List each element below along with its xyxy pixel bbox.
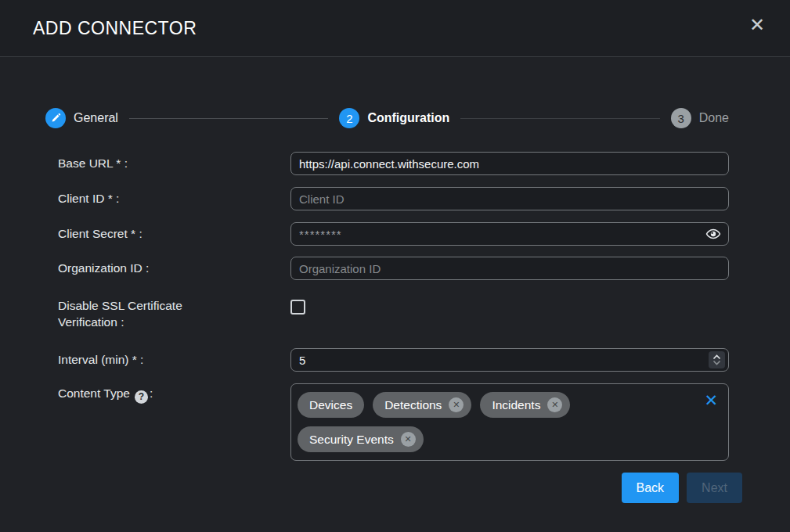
tag-label: Security Events [309,433,394,447]
step-done: 3 Done [671,108,729,128]
tag-remove-icon[interactable]: ✕ [547,397,562,412]
step-number-badge: 2 [339,108,359,128]
step-configuration[interactable]: 2 Configuration [339,108,449,128]
dialog-actions: Back Next [45,473,742,503]
tag-detections[interactable]: Detections ✕ [373,392,471,418]
base-url-label: Base URL * : [45,152,290,175]
step-number-badge: 3 [671,108,691,128]
disable-ssl-row: Disable SSL Certificate Verification : [45,296,729,333]
dialog-body: General 2 Configuration 3 Done Base URL … [0,57,790,532]
next-button[interactable]: Next [687,473,742,503]
content-type-label: Content Type [58,386,130,400]
client-secret-label: Client Secret * : [45,222,290,246]
step-general[interactable]: General [45,108,118,128]
wizard-stepper: General 2 Configuration 3 Done [45,108,729,128]
base-url-input[interactable] [290,152,729,175]
clear-all-icon[interactable]: ✕ [704,392,718,408]
content-type-row: Content Type?: Devices Detections ✕ Inci… [45,383,729,461]
pencil-icon [45,108,66,128]
interval-input[interactable] [290,348,729,372]
tag-devices[interactable]: Devices [298,392,364,418]
client-id-label: Client ID * : [45,187,290,210]
close-icon[interactable]: ✕ [746,13,768,38]
number-stepper[interactable] [709,351,725,368]
tag-label: Detections [384,398,442,412]
organization-id-label: Organization ID : [45,257,290,280]
client-id-input[interactable] [290,187,729,210]
back-button[interactable]: Back [622,473,680,503]
client-id-row: Client ID * : [45,187,729,210]
help-icon[interactable]: ? [135,390,148,404]
interval-label: Interval (min) * : [45,348,290,372]
tag-security-events[interactable]: Security Events ✕ [298,426,424,452]
stepper-connector-line [460,118,659,119]
organization-id-row: Organization ID : [45,257,729,280]
base-url-row: Base URL * : [45,152,729,175]
show-password-eye-icon[interactable] [705,226,721,242]
content-type-colon: : [150,386,153,400]
tag-remove-icon[interactable]: ✕ [401,432,416,447]
disable-ssl-checkbox[interactable] [290,300,305,315]
interval-row: Interval (min) * : [45,348,729,372]
disable-ssl-label: Disable SSL Certificate Verification : [45,296,290,333]
tag-incidents[interactable]: Incidents ✕ [480,392,570,418]
step-done-label: Done [699,111,729,125]
add-connector-dialog: ADD CONNECTOR ✕ General 2 Configuration … [0,0,790,532]
step-general-label: General [74,111,118,125]
tag-remove-icon[interactable]: ✕ [449,397,464,412]
dialog-header: ADD CONNECTOR ✕ [0,0,790,57]
step-configuration-label: Configuration [367,111,449,125]
stepper-connector-line [129,118,328,119]
client-secret-row: Client Secret * : [45,222,729,246]
organization-id-input[interactable] [290,257,729,280]
dialog-title: ADD CONNECTOR [33,18,746,39]
content-type-multiselect[interactable]: Devices Detections ✕ Incidents ✕ Securit… [290,383,729,461]
tag-label: Incidents [492,398,540,412]
client-secret-input[interactable] [290,222,729,246]
tag-label: Devices [309,398,352,412]
